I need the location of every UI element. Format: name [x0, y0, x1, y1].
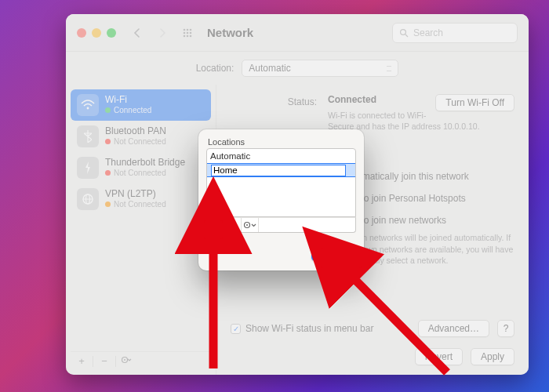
service-wifi[interactable]: Wi-Fi Connected: [71, 89, 211, 121]
close-window-button[interactable]: [77, 28, 86, 38]
service-actions-button[interactable]: [119, 355, 135, 367]
done-button[interactable]: Done: [311, 244, 356, 261]
svg-point-18: [246, 224, 248, 226]
svg-point-1: [187, 28, 189, 31]
svg-point-16: [124, 359, 125, 361]
revert-button[interactable]: Revert: [415, 348, 463, 365]
svg-point-11: [87, 107, 89, 110]
bluetooth-icon: [77, 125, 99, 147]
services-sidebar: Wi-Fi Connected Bluetooth PAN Not Connec…: [66, 85, 216, 375]
thunderbolt-icon: [77, 157, 99, 179]
back-button[interactable]: [129, 24, 146, 42]
remove-location-button[interactable]: −: [224, 218, 242, 232]
locations-list[interactable]: Automatic: [206, 148, 356, 217]
search-placeholder: Search: [413, 27, 443, 38]
locations-header: Locations: [206, 137, 356, 147]
service-bluetooth-pan[interactable]: Bluetooth PAN Not Connected: [71, 121, 211, 152]
status-label: Status:: [231, 94, 317, 132]
svg-point-4: [187, 31, 189, 34]
service-name: VPN (L2TP): [105, 189, 166, 200]
svg-line-10: [405, 34, 408, 37]
gear-dropdown-icon: [242, 220, 258, 230]
svg-point-9: [401, 29, 406, 34]
service-status: Not Connected: [114, 137, 166, 147]
add-service-button[interactable]: +: [74, 355, 89, 367]
ask-networks-description: Known networks will be joined automatica…: [342, 232, 514, 266]
traffic-lights: [77, 28, 116, 38]
location-label: Location:: [196, 63, 235, 74]
service-status: Connected: [114, 106, 151, 115]
window-title: Network: [207, 26, 253, 39]
location-item[interactable]: Automatic: [207, 149, 355, 163]
svg-point-7: [187, 34, 189, 37]
checkbox-label: Show Wi-Fi status in menu bar: [245, 323, 373, 334]
zoom-window-button[interactable]: [107, 28, 116, 38]
service-name: Thunderbolt Bridge: [105, 158, 185, 169]
location-item-label: Automatic: [210, 151, 250, 161]
location-item-editing[interactable]: [207, 163, 355, 177]
minimize-window-button[interactable]: [92, 28, 101, 38]
wifi-icon: [77, 94, 99, 116]
location-name-input[interactable]: [211, 165, 346, 176]
service-name: Wi-Fi: [105, 95, 151, 106]
vpn-icon: [77, 188, 99, 210]
svg-point-2: [190, 28, 192, 31]
advanced-button[interactable]: Advanced…: [418, 320, 489, 337]
service-vpn[interactable]: VPN (L2TP) Not Connected: [71, 183, 211, 215]
service-thunderbolt-bridge[interactable]: Thunderbolt Bridge Not Connected: [71, 152, 211, 183]
gear-dropdown-icon: [120, 355, 134, 365]
window-titlebar: Network Search: [66, 14, 529, 52]
add-location-button[interactable]: +: [207, 218, 224, 232]
help-button[interactable]: ?: [497, 320, 514, 337]
service-status: Not Connected: [114, 200, 166, 209]
svg-point-5: [190, 31, 192, 34]
locations-list-footer: + −: [206, 217, 356, 233]
show-menubar-checkbox[interactable]: ✓ Show Wi-Fi status in menu bar: [231, 323, 373, 334]
svg-point-8: [190, 34, 192, 37]
forward-button[interactable]: [154, 24, 171, 42]
status-dot: [105, 170, 111, 176]
svg-point-6: [184, 34, 186, 37]
service-name: Bluetooth PAN: [105, 126, 166, 137]
svg-point-3: [184, 31, 186, 34]
status-dot: [105, 107, 111, 113]
location-row: Location: Automatic: [66, 52, 529, 85]
status-dot: [105, 201, 111, 207]
status-value: Connected: [328, 94, 376, 105]
search-icon: [399, 28, 409, 38]
remove-service-button[interactable]: −: [96, 355, 112, 367]
location-popup[interactable]: Automatic: [242, 60, 398, 77]
show-all-button[interactable]: [179, 24, 196, 42]
status-dot: [105, 139, 111, 144]
sidebar-footer: + −: [71, 351, 211, 370]
checkbox-icon: ✓: [231, 324, 241, 334]
svg-point-0: [184, 28, 186, 31]
location-value: Automatic: [249, 63, 290, 74]
service-status: Not Connected: [114, 169, 166, 178]
apply-button[interactable]: Apply: [471, 348, 514, 365]
location-actions-button[interactable]: [242, 218, 259, 232]
turn-wifi-off-button[interactable]: Turn Wi-Fi Off: [435, 94, 514, 111]
locations-sheet: Locations Automatic + − Done: [198, 129, 364, 270]
search-field[interactable]: Search: [392, 23, 518, 43]
